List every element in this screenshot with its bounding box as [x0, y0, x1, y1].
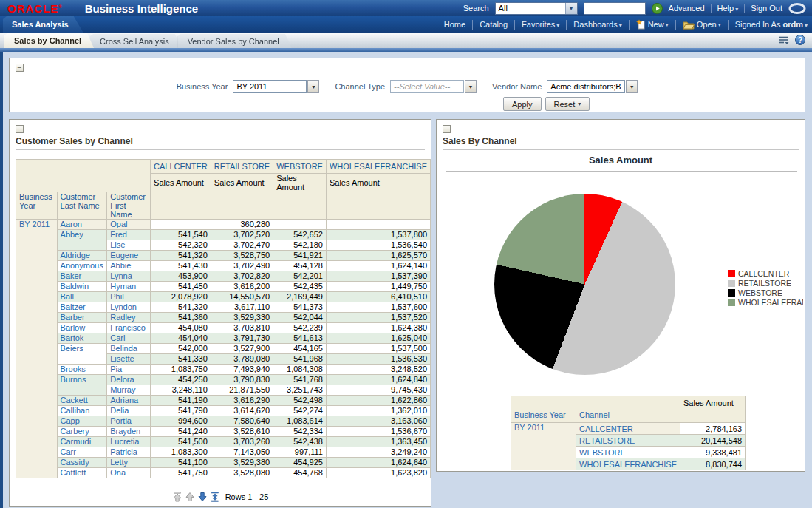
last-name-cell[interactable]: Ball: [57, 292, 107, 302]
page-next-icon[interactable]: [197, 492, 208, 502]
last-name-cell[interactable]: Carmudi: [57, 437, 107, 447]
page-options-icon[interactable]: [779, 35, 790, 45]
first-name-cell[interactable]: Opal: [107, 220, 151, 230]
business-year-select[interactable]: BY 2011 ▼: [233, 80, 319, 93]
page-all-icon[interactable]: [210, 492, 220, 502]
apply-button[interactable]: Apply: [503, 97, 542, 111]
search-input[interactable]: [584, 2, 646, 15]
last-name-cell[interactable]: Baltzer: [57, 302, 107, 313]
summary-business-year-label[interactable]: Business Year: [511, 410, 576, 423]
row-header-first-name[interactable]: Customer First Name: [107, 192, 151, 220]
column-header-wholesalefranchise[interactable]: WHOLESALEFRANCHISE: [326, 160, 430, 174]
channel-type-select[interactable]: --Select Value-- ▼: [390, 80, 477, 93]
column-header-retailstore[interactable]: RETAILSTORE: [211, 160, 273, 174]
last-name-cell[interactable]: Cassidy: [57, 458, 107, 468]
last-name-cell[interactable]: Brooks: [57, 365, 107, 375]
tab-vendor-sales-by-channel[interactable]: Vendor Sales by Channel: [178, 34, 292, 48]
first-name-cell[interactable]: Phil: [107, 292, 151, 302]
first-name-cell[interactable]: Lucretia: [107, 437, 151, 447]
signed-in-menu[interactable]: Signed In As ordm▾: [735, 20, 808, 29]
sign-out-link[interactable]: Sign Out: [751, 4, 782, 13]
last-name-cell[interactable]: Barber: [57, 313, 107, 323]
chevron-down-icon[interactable]: ▾: [565, 3, 577, 14]
value-cell: 1,623,820: [326, 468, 430, 478]
collapse-icon[interactable]: −: [443, 125, 451, 133]
nav-new[interactable]: New▾: [636, 19, 669, 30]
last-name-cell[interactable]: Carr: [57, 447, 107, 458]
first-name-cell[interactable]: Patricia: [107, 447, 151, 458]
summary-channel-cell[interactable]: CALLCENTER: [576, 423, 680, 435]
last-name-cell[interactable]: Baker: [57, 271, 107, 282]
last-name-cell[interactable]: Baldwin: [57, 282, 107, 292]
table-row: CarmudiLucretia541,5003,703,260542,4381,…: [16, 437, 431, 447]
nav-dashboards[interactable]: Dashboards▾: [573, 20, 621, 29]
first-name-cell[interactable]: Belinda: [107, 344, 151, 354]
first-name-cell[interactable]: Ona: [107, 468, 151, 478]
first-name-cell[interactable]: Pia: [107, 365, 151, 375]
nav-home[interactable]: Home: [444, 20, 465, 29]
first-name-cell[interactable]: Fred: [107, 230, 151, 240]
row-header-last-name[interactable]: Customer Last Name: [57, 192, 107, 220]
summary-channel-label[interactable]: Channel: [576, 410, 680, 423]
last-name-cell[interactable]: Aaron: [57, 220, 107, 230]
last-name-cell[interactable]: Aldridge: [57, 251, 107, 261]
help-menu[interactable]: Help▾: [717, 4, 739, 13]
first-name-cell[interactable]: Lisette: [107, 354, 151, 365]
last-name-cell[interactable]: Cackett: [57, 396, 107, 406]
first-name-cell[interactable]: Brayden: [107, 427, 151, 437]
first-name-cell[interactable]: Portia: [107, 416, 151, 427]
nav-open[interactable]: Open▾: [683, 20, 721, 30]
business-year-label: Business Year: [177, 82, 228, 91]
first-name-cell[interactable]: Lise: [107, 240, 151, 251]
reset-button[interactable]: Reset▾: [545, 97, 590, 111]
summary-channel-cell[interactable]: WHOLESALEFRANCHISE: [576, 458, 680, 470]
collapse-icon[interactable]: −: [16, 64, 24, 72]
tab-cross-sell-analysis[interactable]: Cross Sell Analysis: [90, 34, 182, 48]
last-name-cell[interactable]: Burnns: [57, 375, 107, 396]
first-name-cell[interactable]: Lyndon: [107, 302, 151, 313]
first-name-cell[interactable]: Abbie: [107, 261, 151, 271]
vendor-name-select[interactable]: Acme distributors;B ▼: [547, 80, 638, 93]
advanced-link[interactable]: Advanced: [669, 4, 705, 13]
summary-year-cell[interactable]: BY 2011: [511, 423, 576, 470]
last-name-cell[interactable]: Cattlett: [57, 468, 107, 478]
tab-sales-by-channel[interactable]: Sales by Channel: [4, 33, 94, 48]
summary-channel-cell[interactable]: RETAILSTORE: [576, 435, 680, 447]
first-name-cell[interactable]: Radley: [107, 313, 151, 323]
summary-channel-cell[interactable]: WEBSTORE: [576, 447, 680, 458]
first-name-cell[interactable]: Murray: [107, 385, 151, 396]
search-scope-select[interactable]: All ▾: [495, 2, 578, 15]
first-name-cell[interactable]: Adriana: [107, 396, 151, 406]
first-name-cell[interactable]: Hyman: [107, 282, 151, 292]
last-name-cell[interactable]: Carbery: [57, 427, 107, 437]
pie-chart[interactable]: [494, 194, 675, 375]
first-name-cell[interactable]: Delora: [107, 375, 151, 385]
dropdown-arrow-icon[interactable]: ▼: [307, 80, 319, 93]
value-cell: 3,249,240: [326, 447, 430, 458]
column-header-callcenter[interactable]: CALLCENTER: [151, 160, 211, 174]
last-name-cell[interactable]: Capp: [57, 416, 107, 427]
last-name-cell[interactable]: Abbey: [57, 230, 107, 251]
first-name-cell[interactable]: Eugene: [107, 251, 151, 261]
search-go-icon[interactable]: [652, 3, 663, 14]
dropdown-arrow-icon[interactable]: ▼: [465, 80, 477, 93]
first-name-cell[interactable]: Carl: [107, 333, 151, 344]
first-name-cell[interactable]: Letty: [107, 458, 151, 468]
last-name-cell[interactable]: Anonymous: [57, 261, 107, 271]
help-icon[interactable]: ?: [795, 35, 805, 45]
year-cell[interactable]: BY 2011: [16, 220, 58, 478]
nav-catalog[interactable]: Catalog: [480, 20, 508, 29]
column-header-webstore[interactable]: WEBSTORE: [273, 160, 327, 174]
last-name-cell[interactable]: Barlow: [57, 323, 107, 333]
first-name-cell[interactable]: Francisco: [107, 323, 151, 333]
last-name-cell[interactable]: Bartok: [57, 333, 107, 344]
dashboard-tab-sales-analysis[interactable]: Sales Analysis: [3, 16, 83, 33]
last-name-cell[interactable]: Beiers: [57, 344, 107, 365]
last-name-cell[interactable]: Callihan: [57, 406, 107, 416]
dropdown-arrow-icon[interactable]: ▼: [626, 80, 638, 93]
nav-favorites[interactable]: Favorites▾: [522, 20, 559, 29]
first-name-cell[interactable]: Delia: [107, 406, 151, 416]
collapse-icon[interactable]: −: [16, 125, 24, 133]
row-header-business-year[interactable]: Business Year: [16, 192, 58, 220]
first-name-cell[interactable]: Lynna: [107, 271, 151, 282]
